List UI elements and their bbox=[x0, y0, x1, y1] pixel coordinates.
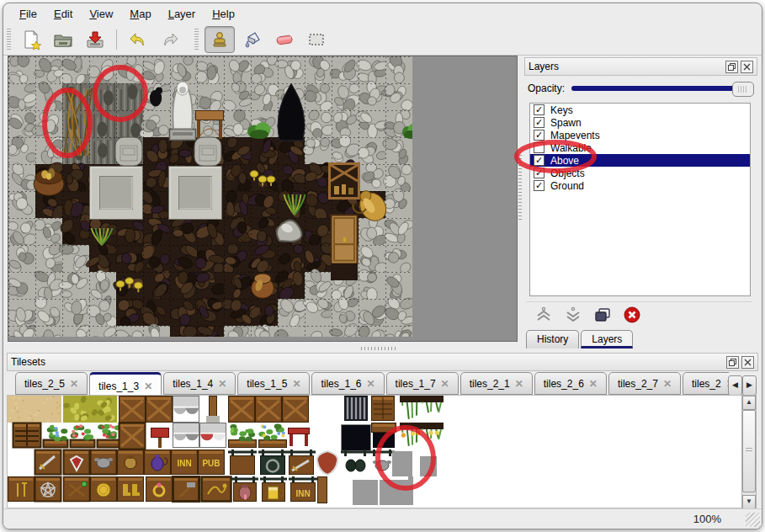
scrollbar-thumb[interactable] bbox=[742, 410, 756, 492]
opacity-label: Opacity: bbox=[528, 82, 565, 94]
close-tilesets-button[interactable] bbox=[741, 356, 754, 369]
tileset-tab-label: tiles_1_5 bbox=[247, 378, 287, 390]
layer-name: Objects bbox=[550, 168, 585, 179]
tileset-scrollbar[interactable]: ▲ ▼ bbox=[741, 395, 757, 510]
tileset-tab-tiles_1_3[interactable]: tiles_1_3✕ bbox=[89, 372, 162, 395]
menu-map[interactable]: Map bbox=[122, 6, 158, 22]
stamp-tool-button[interactable] bbox=[205, 26, 235, 53]
tileset-tab-tiles_1_5[interactable]: tiles_1_5✕ bbox=[237, 372, 310, 395]
float-tilesets-button[interactable] bbox=[726, 356, 739, 369]
layer-row-keys[interactable]: ✓Keys bbox=[530, 104, 750, 116]
save-map-button[interactable] bbox=[81, 27, 109, 52]
menu-view[interactable]: View bbox=[82, 6, 120, 22]
toolbar-drag-handle[interactable] bbox=[7, 29, 11, 51]
move-layer-down-button[interactable] bbox=[564, 306, 582, 324]
tileset-tab-label: tiles_1_4 bbox=[173, 378, 213, 390]
tabs-scroll-left-button[interactable]: ◀ bbox=[728, 375, 742, 396]
save-icon bbox=[84, 29, 106, 51]
tileset-tab-label: tiles_2_5 bbox=[24, 378, 65, 390]
tilesets-title: Tilesets bbox=[11, 356, 724, 368]
map-canvas[interactable] bbox=[8, 56, 515, 339]
layer-name: Spawn bbox=[550, 117, 582, 129]
layer-name: Keys bbox=[550, 104, 573, 116]
selection-icon bbox=[305, 29, 327, 51]
opacity-slider-handle[interactable] bbox=[732, 82, 754, 97]
new-file-icon bbox=[20, 29, 42, 51]
tileset-tab-tiles_1_4[interactable]: tiles_1_4✕ bbox=[163, 372, 236, 395]
redo-button[interactable] bbox=[156, 27, 184, 52]
layer-checkbox[interactable]: ✓ bbox=[534, 168, 545, 178]
scroll-down-button[interactable]: ▼ bbox=[742, 495, 756, 509]
layer-checkbox[interactable]: ✓ bbox=[534, 180, 545, 191]
tileset-tabs: tiles_2_5✕tiles_1_3✕tiles_1_4✕tiles_1_5✕… bbox=[6, 372, 729, 395]
open-folder-icon bbox=[52, 29, 74, 51]
tab-close-icon[interactable]: ✕ bbox=[292, 378, 300, 390]
float-panel-button[interactable] bbox=[725, 61, 738, 73]
fill-bucket-icon bbox=[242, 29, 263, 51]
tileset-canvas[interactable] bbox=[8, 396, 741, 506]
layer-checkbox[interactable] bbox=[534, 142, 545, 153]
layer-name: Above bbox=[550, 155, 579, 167]
tab-close-icon[interactable]: ✕ bbox=[218, 378, 226, 390]
layers-dock: Layers Opacity: ✓Keys✓Spawn✓MapeventsWal… bbox=[523, 56, 759, 346]
status-bar: 100% bbox=[3, 508, 762, 529]
eraser-icon bbox=[274, 29, 295, 51]
horizontal-splitter[interactable] bbox=[3, 345, 762, 352]
move-layer-up-button[interactable] bbox=[534, 306, 553, 324]
tab-close-icon[interactable]: ✕ bbox=[70, 378, 78, 390]
menu-help[interactable]: Help bbox=[205, 6, 242, 22]
zoom-level: 100% bbox=[693, 513, 721, 525]
layer-list[interactable]: ✓Keys✓Spawn✓MapeventsWalkable✓Above✓Obje… bbox=[529, 103, 751, 296]
tab-close-icon[interactable]: ✕ bbox=[589, 378, 598, 390]
layer-row-above[interactable]: ✓Above bbox=[530, 154, 750, 167]
opacity-slider[interactable] bbox=[571, 86, 752, 91]
open-map-button[interactable] bbox=[49, 27, 77, 52]
float-icon bbox=[729, 359, 736, 366]
menu-file[interactable]: File bbox=[12, 6, 45, 22]
close-panel-button[interactable] bbox=[741, 61, 753, 73]
tabs-scroll-right-button[interactable]: ▶ bbox=[742, 375, 757, 396]
layer-row-ground[interactable]: ✓Ground bbox=[530, 179, 750, 192]
delete-layer-button[interactable] bbox=[623, 306, 641, 324]
tileset-tab-tiles_2_7[interactable]: tiles_2_7✕ bbox=[608, 372, 681, 395]
tileset-tab-tiles_2[interactable]: tiles_2✕ bbox=[683, 372, 729, 395]
tileset-tab-label: tiles_2_1 bbox=[470, 378, 510, 390]
scroll-up-button[interactable]: ▲ bbox=[742, 396, 756, 410]
tileset-tab-tiles_2_5[interactable]: tiles_2_5✕ bbox=[15, 372, 88, 395]
tab-close-icon[interactable]: ✕ bbox=[366, 378, 375, 390]
menu-edit[interactable]: Edit bbox=[46, 6, 80, 22]
select-tool-button[interactable] bbox=[302, 27, 331, 52]
tab-close-icon[interactable]: ✕ bbox=[515, 378, 523, 390]
tileset-tab-label: tiles_2 bbox=[692, 378, 721, 390]
layer-row-objects[interactable]: ✓Objects bbox=[530, 167, 750, 179]
resize-grip[interactable] bbox=[746, 513, 760, 527]
tileset-tab-tiles_2_1[interactable]: tiles_2_1✕ bbox=[460, 372, 533, 395]
duplicate-layer-button[interactable] bbox=[593, 306, 612, 324]
toolbar-drag-handle[interactable] bbox=[194, 29, 199, 51]
layer-row-spawn[interactable]: ✓Spawn bbox=[530, 116, 750, 129]
eraser-tool-button[interactable] bbox=[270, 27, 299, 52]
fill-tool-button[interactable] bbox=[238, 27, 267, 52]
tab-close-icon[interactable]: ✕ bbox=[144, 380, 152, 392]
layer-checkbox[interactable]: ✓ bbox=[534, 117, 545, 128]
dock-tab-history[interactable]: History bbox=[526, 330, 579, 348]
layer-checkbox[interactable]: ✓ bbox=[534, 155, 545, 166]
tileset-tab-label: tiles_2_6 bbox=[544, 378, 584, 390]
dock-tabs: HistoryLayers bbox=[526, 330, 635, 348]
layer-checkbox[interactable]: ✓ bbox=[534, 104, 545, 115]
tileset-tab-label: tiles_2_7 bbox=[618, 378, 658, 390]
tileset-tab-tiles_1_7[interactable]: tiles_1_7✕ bbox=[386, 372, 459, 395]
layer-checkbox[interactable]: ✓ bbox=[534, 130, 545, 141]
layer-name: Mapevents bbox=[550, 130, 600, 141]
tileset-tab-tiles_2_6[interactable]: tiles_2_6✕ bbox=[534, 372, 607, 395]
menu-layer[interactable]: Layer bbox=[161, 6, 204, 22]
layer-row-walkable[interactable]: Walkable bbox=[530, 141, 750, 154]
tileset-tab-label: tiles_1_3 bbox=[98, 380, 139, 392]
dock-tab-layers[interactable]: Layers bbox=[581, 330, 633, 348]
tab-close-icon[interactable]: ✕ bbox=[441, 378, 449, 390]
layer-row-mapevents[interactable]: ✓Mapevents bbox=[530, 129, 750, 141]
tab-close-icon[interactable]: ✕ bbox=[663, 378, 672, 390]
new-map-button[interactable] bbox=[17, 27, 45, 52]
undo-button[interactable] bbox=[124, 27, 152, 52]
tileset-tab-tiles_1_6[interactable]: tiles_1_6✕ bbox=[311, 372, 384, 395]
